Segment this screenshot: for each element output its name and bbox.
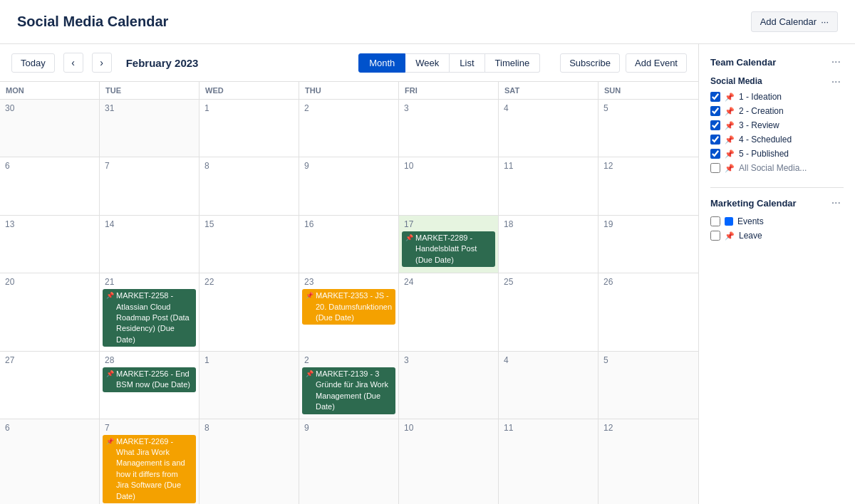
tab-week[interactable]: Week [405,53,450,73]
leave-checkbox[interactable] [710,231,720,241]
day-cell[interactable]: 9 [299,419,399,504]
day-cell[interactable]: 12 [598,157,698,214]
toolbar-actions: Subscribe Add Event [560,53,687,73]
day-cell[interactable]: 18 [499,216,598,273]
event-item[interactable]: 📌 MARKET-2258 - Atlassian Cloud Roadmap … [103,289,196,347]
day-cell[interactable]: 14 [100,216,200,273]
event-item[interactable]: 📌 MARKET-2353 - JS - 20. Datumsfunktione… [302,289,395,325]
review-label: 3 - Review [739,120,779,130]
all-social-icon: 📌 [725,164,735,173]
event-label: MARKET-2353 - JS - 20. Datumsfunktionen … [316,290,392,323]
event-item[interactable]: 📌 MARKET-2289 - Handelsblatt Post (Due D… [402,231,495,267]
day-cell[interactable]: 1 [200,352,299,419]
calendar-item-review: 📌 3 - Review [710,120,844,130]
day-cell[interactable]: 5 [598,352,698,419]
prev-month-button[interactable]: ‹ [63,53,83,73]
day-number: 30 [3,103,16,114]
day-cell[interactable]: 25 [499,273,598,351]
day-cell[interactable]: 8 [200,157,299,214]
calendar-toolbar: Today ‹ › February 2023 Month Week List … [0,44,698,82]
day-cell[interactable]: 10 [399,419,499,504]
day-cell[interactable]: 1 [200,100,299,157]
all-social-label: All Social Media... [739,163,807,173]
event-pin-icon: 📌 [106,437,114,446]
day-number: 25 [502,276,515,288]
calendar-item-leave: 📌 Leave [710,231,844,241]
team-calendar-section: Team Calendar ··· Social Media ··· 📌 1 -… [710,56,844,173]
day-cell[interactable]: 24 [399,273,499,351]
day-cell[interactable]: 16 [299,216,399,273]
day-cell[interactable]: 12 [598,419,698,504]
day-cell[interactable]: 30 [0,100,100,157]
tab-month[interactable]: Month [358,53,405,73]
social-media-more-button[interactable]: ··· [829,75,844,88]
tab-timeline[interactable]: Timeline [485,53,541,73]
review-checkbox[interactable] [710,120,720,130]
subscribe-button[interactable]: Subscribe [560,53,620,73]
day-cell[interactable]: 6 [0,157,100,214]
day-number: 9 [302,160,311,172]
team-calendar-more-button[interactable]: ··· [829,56,844,68]
day-cell[interactable]: 3 [399,100,499,157]
day-cell[interactable]: 5 [598,100,698,157]
day-number: 5 [601,355,611,366]
day-cell[interactable]: 6 [0,419,100,504]
day-number: 4 [502,103,511,114]
scheduled-checkbox[interactable] [710,135,720,145]
day-cell[interactable]: 22 [200,273,299,351]
day-cell[interactable]: 2 [299,100,399,157]
day-cell[interactable]: 8 [200,419,299,504]
day-number: 19 [601,219,615,230]
day-cell[interactable]: 26 [598,273,698,351]
day-number: 8 [202,422,212,434]
event-item[interactable]: 📌 MARKET-2269 - What Jira Work Managemen… [103,435,196,503]
day-cell[interactable]: 15 [200,216,299,273]
day-cell[interactable]: 11 [499,419,598,504]
day-number: 7 [103,422,112,434]
events-color-dot [725,217,733,226]
day-cell[interactable]: 19 [598,216,698,273]
tab-list[interactable]: List [450,53,484,73]
day-header-fri: Fri [399,82,499,99]
day-cell-23[interactable]: 23 📌 MARKET-2353 - JS - 20. Datumsfunkti… [299,273,399,351]
day-cell[interactable]: 3 [399,352,499,419]
ideation-checkbox[interactable] [710,92,720,102]
month-label: February 2023 [126,57,199,69]
day-cell[interactable]: 7 [100,157,200,214]
day-cell[interactable]: 10 [399,157,499,214]
event-item[interactable]: 📌 MARKET-2256 - End BSM now (Due Date) [103,367,196,392]
all-social-checkbox[interactable] [710,163,720,173]
day-number: 18 [502,219,515,230]
today-button[interactable]: Today [11,53,55,73]
day-cell-21[interactable]: 21 📌 MARKET-2258 - Atlassian Cloud Roadm… [100,273,200,351]
day-number: 8 [202,160,212,172]
day-header-sun: Sun [598,82,698,99]
scheduled-label: 4 - Scheduled [739,135,792,145]
day-number: 26 [601,276,615,288]
day-cell[interactable]: 9 [299,157,399,214]
day-cell-28[interactable]: 28 📌 MARKET-2256 - End BSM now (Due Date… [100,352,200,419]
events-checkbox[interactable] [710,216,720,226]
day-cell[interactable]: 31 [100,100,200,157]
leave-icon: 📌 [725,231,735,241]
day-header-sat: Sat [499,82,598,99]
day-cell-17[interactable]: 17 📌 MARKET-2289 - Handelsblatt Post (Du… [399,216,499,273]
day-number: 24 [402,276,415,288]
next-month-button[interactable]: › [92,53,112,73]
day-cell[interactable]: 11 [499,157,598,214]
creation-checkbox[interactable] [710,106,720,116]
day-cell[interactable]: 27 [0,352,100,419]
marketing-more-button[interactable]: ··· [829,196,844,209]
add-calendar-button[interactable]: Add Calendar ··· [751,11,838,32]
day-header-mon: Mon [0,82,100,99]
day-cell[interactable]: 4 [499,100,598,157]
event-item[interactable]: 📌 MARKET-2139 - 3 Gründe für Jira Work M… [302,367,395,414]
event-label: MARKET-2269 - What Jira Work Management … [116,436,192,502]
day-cell[interactable]: 20 [0,273,100,351]
day-cell[interactable]: 4 [499,352,598,419]
day-cell-march7[interactable]: 7 📌 MARKET-2269 - What Jira Work Managem… [100,419,200,504]
add-event-button[interactable]: Add Event [626,53,687,73]
published-checkbox[interactable] [710,149,720,159]
day-cell-march2[interactable]: 2 📌 MARKET-2139 - 3 Gründe für Jira Work… [299,352,399,419]
day-cell[interactable]: 13 [0,216,100,273]
